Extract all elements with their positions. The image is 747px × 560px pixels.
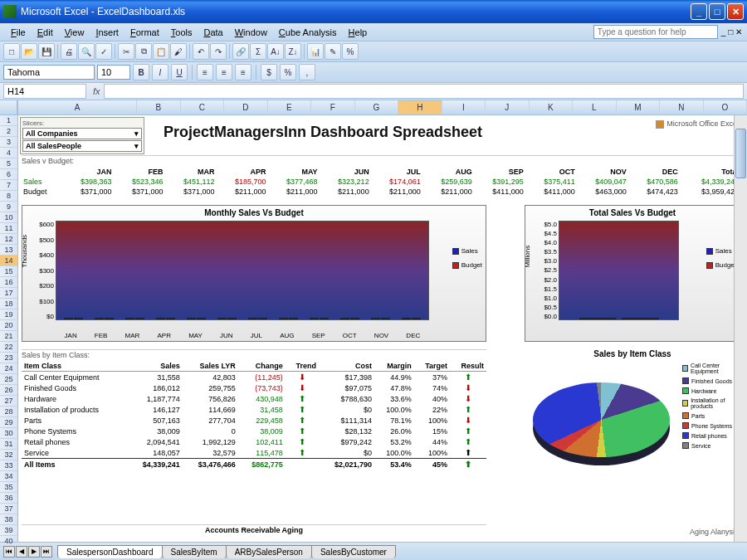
row-header[interactable]: 22 <box>0 342 17 353</box>
row-header[interactable]: 8 <box>0 191 17 202</box>
row-header[interactable]: 25 <box>0 374 17 385</box>
row-header[interactable]: 14 <box>0 256 17 266</box>
row-header[interactable]: 5 <box>0 158 17 169</box>
font-selector[interactable]: Tahoma <box>3 65 95 80</box>
col-header[interactable]: F <box>311 100 355 114</box>
row-header[interactable]: 18 <box>0 299 17 309</box>
spell-icon[interactable]: ✓ <box>95 43 112 60</box>
row-header[interactable]: 33 <box>0 460 17 471</box>
col-header[interactable]: H <box>398 100 442 114</box>
col-header[interactable]: D <box>224 100 268 114</box>
menu-window[interactable]: Window <box>229 26 273 39</box>
slicer-salespeople[interactable]: All SalesPeople▾ <box>22 140 142 152</box>
menu-insert[interactable]: Insert <box>90 26 124 39</box>
row-header[interactable]: 29 <box>0 417 17 428</box>
formula-bar[interactable] <box>104 84 744 99</box>
row-header[interactable]: 17 <box>0 288 17 299</box>
open-icon[interactable]: 📂 <box>21 43 37 60</box>
name-box[interactable]: H14 <box>3 84 86 99</box>
row-header[interactable]: 16 <box>0 277 17 288</box>
row-header[interactable]: 37 <box>0 504 17 514</box>
row-header[interactable]: 26 <box>0 385 17 396</box>
sheet-tab-salesbycustomer[interactable]: SalesByCustomer <box>311 545 396 558</box>
autosum-icon[interactable]: Σ <box>250 43 266 60</box>
new-icon[interactable]: □ <box>3 43 20 60</box>
col-header[interactable]: N <box>660 100 704 114</box>
row-header[interactable]: 38 <box>0 514 17 525</box>
align-center-button[interactable]: ≡ <box>216 64 232 80</box>
row-header[interactable]: 2 <box>0 126 17 137</box>
sort-asc-icon[interactable]: A↓ <box>267 43 284 60</box>
drawing-icon[interactable]: ✎ <box>325 43 341 60</box>
row-header[interactable]: 31 <box>0 439 17 450</box>
row-header[interactable]: 21 <box>0 331 17 342</box>
font-size-selector[interactable]: 10 <box>97 65 130 80</box>
chart-monthly-sales-vs-budget[interactable]: Monthly Sales Vs Budget Thousands $600$5… <box>22 205 486 342</box>
sheet-tab-arbysalesperson[interactable]: ARBySalesPerson <box>226 545 312 558</box>
tab-last-button[interactable]: ⏭ <box>41 546 52 558</box>
row-header[interactable]: 6 <box>0 169 17 180</box>
menu-tools[interactable]: Tools <box>165 26 198 39</box>
percent-button[interactable]: % <box>280 64 296 80</box>
mdi-close[interactable]: ✕ <box>735 27 742 37</box>
col-header[interactable]: O <box>704 100 747 114</box>
row-header[interactable]: 36 <box>0 493 17 504</box>
sheet-tab-salesbyitem[interactable]: SalesByItem <box>162 545 227 558</box>
vertical-scrollbar[interactable] <box>734 115 747 542</box>
col-header[interactable]: A <box>18 100 137 114</box>
row-header[interactable]: 10 <box>0 212 17 223</box>
row-header[interactable]: 9 <box>0 202 17 212</box>
menu-edit[interactable]: Edit <box>32 26 59 39</box>
minimize-button[interactable]: _ <box>691 3 707 20</box>
col-header[interactable]: C <box>181 100 225 114</box>
row-header[interactable]: 23 <box>0 353 17 363</box>
zoom-icon[interactable]: % <box>342 43 359 60</box>
col-header[interactable]: M <box>617 100 661 114</box>
chart-sales-by-item-class-pie[interactable]: Sales by Item Class Call Center Equipmen… <box>525 349 740 515</box>
chart-total-sales-vs-budget[interactable]: Total Sales Vs Budget Millions $5.0$4.5$… <box>525 205 740 342</box>
italic-button[interactable]: I <box>152 64 168 80</box>
maximize-button[interactable]: □ <box>709 3 725 20</box>
align-right-button[interactable]: ≡ <box>235 64 251 80</box>
menu-cube-analysis[interactable]: Cube Analysis <box>273 26 343 39</box>
row-header[interactable]: 24 <box>0 363 17 374</box>
align-left-button[interactable]: ≡ <box>197 64 213 80</box>
save-icon[interactable]: 💾 <box>38 43 55 60</box>
scrollbar-thumb[interactable] <box>735 129 746 178</box>
menu-help[interactable]: Help <box>343 26 374 39</box>
underline-button[interactable]: U <box>171 64 188 80</box>
col-header[interactable]: E <box>268 100 312 114</box>
tab-next-button[interactable]: ▶ <box>28 546 40 558</box>
close-button[interactable]: ✕ <box>727 3 744 20</box>
fx-icon[interactable]: fx <box>93 86 100 96</box>
row-header[interactable]: 28 <box>0 407 17 417</box>
copy-icon[interactable]: ⧉ <box>135 43 152 60</box>
row-header[interactable]: 12 <box>0 234 17 245</box>
select-all-corner[interactable] <box>0 100 17 115</box>
sort-desc-icon[interactable]: Z↓ <box>285 43 301 60</box>
tab-first-button[interactable]: ⏮ <box>3 546 15 558</box>
format-painter-icon[interactable]: 🖌 <box>170 43 187 60</box>
row-header[interactable]: 32 <box>0 450 17 460</box>
col-header[interactable]: G <box>355 100 399 114</box>
currency-button[interactable]: $ <box>261 64 277 80</box>
row-header[interactable]: 13 <box>0 245 17 256</box>
hyperlink-icon[interactable]: 🔗 <box>232 43 249 60</box>
menu-view[interactable]: View <box>59 26 90 39</box>
row-header[interactable]: 27 <box>0 396 17 407</box>
menu-file[interactable]: File <box>5 26 32 39</box>
slicer-company[interactable]: All Companies▾ <box>22 128 142 139</box>
row-header[interactable]: 34 <box>0 471 17 482</box>
print-preview-icon[interactable]: 🔍 <box>78 43 95 60</box>
row-header[interactable]: 4 <box>0 148 17 158</box>
sheet-tab-salespersondashboard[interactable]: SalespersonDashboard <box>57 545 163 558</box>
col-header[interactable]: J <box>486 100 530 114</box>
sheet-content[interactable]: Slicers: All Companies▾ All SalesPeople▾… <box>18 115 747 541</box>
paste-icon[interactable]: 📋 <box>153 43 169 60</box>
col-header[interactable]: K <box>530 100 574 114</box>
comma-button[interactable]: , <box>299 64 315 80</box>
row-header[interactable]: 39 <box>0 525 17 536</box>
row-header[interactable]: 1 <box>0 115 17 126</box>
cut-icon[interactable]: ✂ <box>118 43 134 60</box>
col-header[interactable]: B <box>137 100 181 114</box>
